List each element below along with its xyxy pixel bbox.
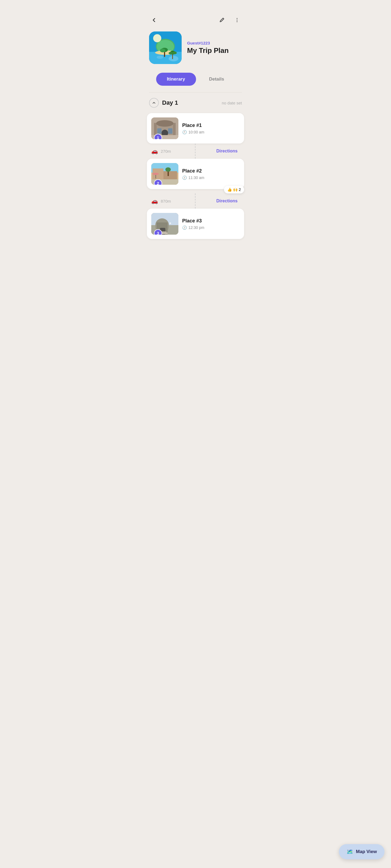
directions-link-1[interactable]: Directions <box>214 149 240 154</box>
place-card-3[interactable]: 3 Place #3 🕧 12:30 pm <box>147 209 244 239</box>
svg-point-11 <box>153 34 161 42</box>
svg-point-12 <box>169 56 178 61</box>
collapse-button[interactable] <box>149 98 159 108</box>
place-3-image: 3 <box>151 213 178 235</box>
place-card-2[interactable]: 2 Place #2 🕦 11:30 am <box>147 159 244 189</box>
trip-header: Guest#1223 My Trip Plan <box>143 29 248 70</box>
place-3-name: Place #3 <box>182 218 240 224</box>
svg-point-1 <box>237 20 238 21</box>
svg-rect-29 <box>164 171 177 181</box>
place-card-1[interactable]: 1 Place #1 🕙 10:00 am <box>147 113 244 144</box>
svg-point-17 <box>172 52 177 54</box>
place-1-time: 🕙 10:00 am <box>182 130 240 134</box>
no-date-label: no date set <box>222 101 242 105</box>
car-icon-2: 🚗 <box>151 198 158 204</box>
directions-link-2[interactable]: Directions <box>214 198 240 204</box>
more-button[interactable] <box>232 15 242 25</box>
place-3-section: 3 Place #3 🕧 12:30 pm <box>143 209 248 239</box>
edit-button[interactable] <box>217 15 227 25</box>
svg-point-31 <box>165 167 171 172</box>
trip-title: My Trip Plan <box>187 46 242 55</box>
car-icon-1: 🚗 <box>151 148 158 154</box>
place-2-name: Place #2 <box>182 168 240 174</box>
svg-point-13 <box>157 56 163 59</box>
direction-row-2: 🚗 870m Directions <box>143 193 248 209</box>
place-3-info: Place #3 🕧 12:30 pm <box>182 218 240 230</box>
back-button[interactable] <box>149 15 159 25</box>
svg-point-10 <box>160 49 165 52</box>
direction-row-1: 🚗 270m Directions <box>143 144 248 159</box>
reaction-badge-2: 👍 🙌 2 <box>224 186 244 193</box>
svg-rect-23 <box>168 128 172 134</box>
svg-point-16 <box>169 52 173 55</box>
place-1-name: Place #1 <box>182 123 240 128</box>
place-1-image: 1 <box>151 118 178 139</box>
svg-rect-22 <box>157 128 162 134</box>
svg-point-21 <box>156 120 173 127</box>
place-2-image: 2 <box>151 163 178 185</box>
svg-point-0 <box>237 18 238 19</box>
header-text: Guest#1223 My Trip Plan <box>187 41 242 55</box>
day-header: Day 1 no date set <box>143 98 248 113</box>
guest-label: Guest#1223 <box>187 41 242 45</box>
place-2-time: 🕦 11:30 am <box>182 176 240 180</box>
section-divider <box>149 92 242 93</box>
top-bar <box>143 0 248 29</box>
place-3-time: 🕧 12:30 pm <box>182 225 240 230</box>
svg-point-2 <box>237 22 238 22</box>
place-2-section: 2 Place #2 🕦 11:30 am 👍 🙌 2 <box>143 159 248 189</box>
tab-details[interactable]: Details <box>198 73 235 86</box>
svg-point-42 <box>169 222 171 224</box>
svg-point-34 <box>152 173 159 175</box>
clock-icon-3: 🕧 <box>182 225 187 230</box>
clock-icon-1: 🕙 <box>182 130 187 134</box>
tab-itinerary[interactable]: Itinerary <box>156 73 196 86</box>
svg-rect-33 <box>155 175 156 179</box>
clock-icon-2: 🕦 <box>182 176 187 180</box>
place-1-info: Place #1 🕙 10:00 am <box>182 123 240 134</box>
place-2-info: Place #2 🕦 11:30 am <box>182 168 240 180</box>
day-title: Day 1 <box>162 99 219 106</box>
tabs-container: Itinerary Details <box>143 70 248 92</box>
distance-2: 🚗 870m <box>151 198 171 204</box>
place-1-section: 1 Place #1 🕙 10:00 am <box>143 113 248 144</box>
svg-rect-14 <box>172 54 173 59</box>
distance-1: 🚗 270m <box>151 148 171 154</box>
trip-image <box>149 31 181 64</box>
